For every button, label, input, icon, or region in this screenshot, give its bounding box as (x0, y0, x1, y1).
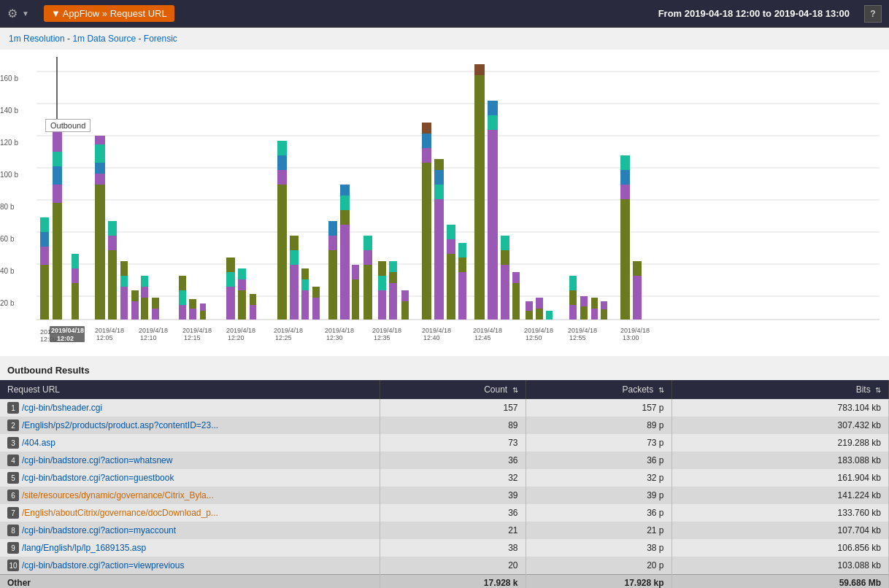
help-button[interactable]: ? (864, 5, 882, 23)
svg-rect-53 (200, 311, 206, 320)
row-number: 8 (7, 525, 19, 536)
svg-rect-18 (40, 265, 49, 320)
cell-count: 20 (380, 557, 526, 575)
table-row: 4/cgi-bin/badstore.cgi?action=whatsnew36… (0, 452, 889, 469)
results-title: Outbound Results (0, 360, 889, 380)
svg-rect-93 (401, 301, 409, 320)
cell-url[interactable]: 8/cgi-bin/badstore.cgi?action=myaccount (0, 522, 380, 539)
row-number: 2 (7, 419, 19, 431)
svg-text:12:40: 12:40 (423, 334, 440, 341)
forensic-link[interactable]: Forensic (144, 34, 177, 44)
svg-rect-65 (277, 155, 287, 170)
svg-rect-37 (108, 221, 117, 236)
svg-rect-52 (189, 299, 196, 309)
other-label: Other (0, 575, 380, 589)
svg-rect-122 (536, 298, 543, 309)
cell-url[interactable]: 3/404.asp (0, 434, 380, 452)
cell-bits: 161.904 kb (671, 469, 889, 487)
breadcrumb-button[interactable]: ▼ AppFlow » Request URL (44, 5, 174, 22)
cell-count: 89 (380, 417, 526, 434)
svg-rect-31 (95, 174, 105, 185)
svg-text:2019/4/18: 2019/4/18 (226, 327, 255, 334)
svg-rect-102 (434, 159, 444, 170)
svg-rect-23 (53, 185, 62, 203)
svg-rect-107 (458, 258, 466, 272)
col-bits[interactable]: Bits ⇅ (671, 380, 889, 399)
svg-rect-41 (131, 301, 139, 320)
svg-text:2019/4/18: 2019/4/18 (372, 327, 401, 334)
other-packets: 17.928 kp (526, 575, 671, 589)
svg-rect-21 (40, 217, 49, 232)
bits-sort-icon: ⇅ (875, 386, 881, 394)
count-sort-icon: ⇅ (512, 386, 518, 394)
svg-text:12:02: 12:02 (57, 335, 74, 342)
resolution-bar: 1m Resolution - 1m Data Source - Forensi… (0, 28, 889, 50)
svg-rect-50 (179, 276, 186, 290)
cell-bits: 107.704 kb (671, 522, 889, 539)
svg-rect-136 (620, 155, 630, 170)
dropdown-icon: ▼ (22, 9, 29, 18)
svg-rect-75 (328, 250, 337, 320)
cell-url[interactable]: 9/lang/English/lp/lp_1689135.asp (0, 539, 380, 557)
svg-rect-49 (179, 290, 186, 305)
svg-rect-70 (301, 290, 309, 320)
cell-bits: 783.104 kb (671, 399, 889, 417)
header-time: From 2019-04-18 12:00 to 2019-04-18 13:0… (658, 8, 850, 19)
svg-rect-85 (363, 250, 372, 265)
svg-rect-115 (501, 250, 509, 265)
row-number: 4 (7, 454, 19, 466)
svg-rect-97 (422, 134, 431, 148)
svg-rect-112 (488, 115, 498, 130)
cell-url[interactable]: 6/site/resources/dynamic/governance/Citr… (0, 487, 380, 504)
svg-rect-57 (226, 258, 235, 272)
svg-text:2019/4/18: 2019/4/18 (95, 327, 124, 334)
svg-rect-68 (290, 250, 299, 265)
data-source-link[interactable]: 1m Data Source (72, 34, 136, 44)
col-count[interactable]: Count ⇅ (380, 380, 526, 399)
cell-count: 21 (380, 522, 526, 539)
svg-rect-138 (633, 261, 642, 276)
svg-rect-66 (277, 141, 287, 155)
cell-url[interactable]: 7/English/aboutCitrix/governance/docDown… (0, 504, 380, 522)
svg-rect-72 (301, 268, 309, 279)
svg-rect-127 (580, 306, 588, 320)
svg-text:12:30: 12:30 (326, 334, 343, 341)
svg-rect-101 (434, 170, 444, 185)
svg-rect-79 (340, 210, 350, 225)
results-section: Outbound Results Request URL Count ⇅ Pac… (0, 356, 889, 588)
svg-rect-19 (40, 247, 49, 265)
svg-rect-103 (447, 254, 455, 320)
svg-rect-74 (312, 287, 320, 298)
cell-url[interactable]: 4/cgi-bin/badstore.cgi?action=whatsnew (0, 452, 380, 469)
svg-rect-95 (422, 163, 431, 320)
cell-url[interactable]: 10/cgi-bin/badstore.cgi?action=viewprevi… (0, 557, 380, 575)
row-number: 5 (7, 472, 19, 484)
svg-rect-135 (620, 170, 630, 185)
svg-text:2019/4/18: 2019/4/18 (139, 327, 168, 334)
col-url: Request URL (0, 380, 380, 399)
chart-svg: 160 b 140 b 120 b 100 b 80 b 60 b 40 b 2… (36, 57, 889, 356)
svg-rect-56 (226, 272, 235, 287)
resolution-link[interactable]: 1m Resolution (9, 34, 65, 44)
svg-rect-33 (95, 144, 105, 163)
col-packets[interactable]: Packets ⇅ (526, 380, 671, 399)
svg-rect-119 (526, 311, 533, 320)
chart-container: Outbound 160 b 140 b 120 b 100 b 80 b 60… (0, 50, 889, 356)
cell-count: 32 (380, 469, 526, 487)
svg-rect-27 (72, 283, 79, 320)
cell-url[interactable]: 2/English/ps2/products/product.asp?conte… (0, 417, 380, 434)
svg-rect-90 (389, 283, 397, 320)
svg-rect-128 (580, 296, 588, 306)
cell-packets: 157 p (526, 399, 671, 417)
svg-rect-35 (108, 250, 117, 320)
other-count: 17.928 k (380, 575, 526, 589)
cell-bits: 141.224 kb (671, 487, 889, 504)
cell-url[interactable]: 5/cgi-bin/badstore.cgi?action=guestbook (0, 469, 380, 487)
svg-rect-38 (120, 287, 128, 320)
svg-text:2019/4/18: 2019/4/18 (325, 327, 354, 334)
svg-rect-114 (501, 265, 509, 320)
svg-rect-131 (601, 309, 607, 320)
svg-rect-134 (620, 185, 630, 199)
svg-rect-36 (108, 236, 117, 250)
cell-url[interactable]: 1/cgi-bin/bsheader.cgi (0, 399, 380, 417)
